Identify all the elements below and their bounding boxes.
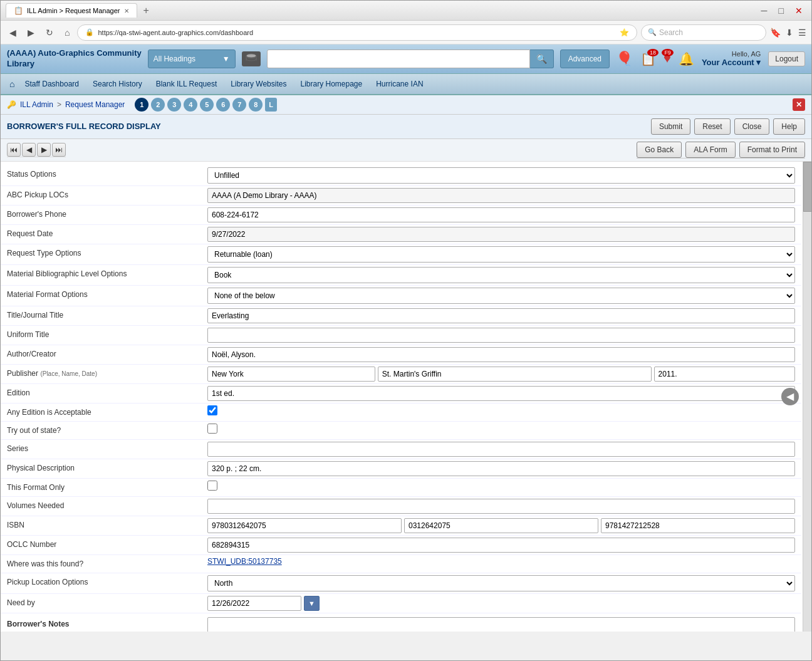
where-found-link[interactable]: STWI_UDB:50137735: [207, 557, 282, 566]
nav-blank-ill[interactable]: Blank ILL Request: [150, 76, 224, 92]
request-type-select[interactable]: Returnable (loan) Non-returnable (copy): [207, 246, 795, 263]
nav-staff-dashboard[interactable]: Staff Dashboard: [18, 76, 85, 92]
maximize-button[interactable]: □: [775, 4, 788, 18]
isbn-2-input[interactable]: [404, 518, 598, 533]
page-tab-L[interactable]: L: [265, 98, 277, 112]
request-date-control: [207, 227, 795, 242]
page-tab-3[interactable]: 3: [167, 98, 181, 112]
any-edition-checkbox[interactable]: [207, 405, 217, 415]
main-content: BORROWER'S FULL RECORD DISPLAY Submit Re…: [1, 115, 811, 632]
borrowers-notes-textarea[interactable]: [207, 617, 795, 632]
logout-button[interactable]: Logout: [768, 51, 805, 66]
go-back-button[interactable]: Go Back: [637, 142, 682, 158]
oclc-number-label: OCLC Number: [7, 538, 207, 551]
nav-hurricane-ian[interactable]: Hurricane IAN: [370, 76, 429, 92]
browser-frame: 📋 ILL Admin > Request Manager ✕ + ─ □ ✕ …: [0, 0, 812, 661]
advanced-button[interactable]: Advanced: [560, 49, 610, 68]
material-bib-level-select[interactable]: Book Article Other: [207, 267, 795, 283]
page-tab-6[interactable]: 6: [216, 98, 230, 112]
this-format-only-checkbox[interactable]: [207, 481, 217, 491]
new-tab-button[interactable]: +: [140, 4, 153, 18]
refresh-button[interactable]: ↻: [42, 26, 57, 39]
submit-button[interactable]: Submit: [651, 118, 690, 135]
database-icon[interactable]: [242, 51, 261, 66]
heart-icon-wrap[interactable]: ♥ F9: [664, 51, 671, 66]
need-by-input[interactable]: [207, 596, 301, 611]
format-to-print-button[interactable]: Format to Print: [739, 142, 805, 158]
isbn-1-input[interactable]: [207, 518, 402, 533]
page-tab-5[interactable]: 5: [200, 98, 214, 112]
publisher-date-input[interactable]: [654, 367, 795, 382]
material-bib-level-control: Book Article Other: [207, 267, 795, 283]
balloon-icon[interactable]: 🎈: [616, 51, 633, 67]
left-nav-arrow[interactable]: ◀: [781, 388, 799, 405]
publisher-place-input[interactable]: [207, 367, 375, 382]
isbn-3-input[interactable]: [601, 518, 795, 533]
breadcrumb-path1[interactable]: ILL Admin: [20, 100, 53, 109]
try-out-of-state-checkbox[interactable]: [207, 424, 217, 434]
search-type-dropdown[interactable]: All Headings ▼: [148, 49, 236, 68]
next-record-button[interactable]: ▶: [37, 143, 51, 157]
tab-close-icon[interactable]: ✕: [124, 8, 129, 14]
menu-icon[interactable]: ☰: [798, 28, 806, 38]
calendar-button[interactable]: ▼: [304, 596, 320, 611]
reset-button[interactable]: Reset: [694, 118, 730, 135]
browser-search-bar[interactable]: 🔍 Search: [641, 24, 766, 41]
close-window-button[interactable]: ✕: [791, 4, 806, 18]
back-button[interactable]: ◀: [6, 26, 20, 39]
title-input[interactable]: [207, 308, 795, 323]
action-buttons: Submit Reset Close Help: [651, 118, 805, 135]
borrowers-phone-input[interactable]: [207, 207, 795, 222]
publisher-name-input[interactable]: [378, 367, 652, 382]
last-record-button[interactable]: ⏭: [52, 143, 66, 157]
nav-library-websites[interactable]: Library Websites: [224, 76, 293, 92]
browser-icons: 🔖 ⬇ ☰: [770, 28, 806, 38]
any-edition-label: Any Edition is Acceptable: [7, 405, 207, 419]
pickup-location-select[interactable]: North South East West: [207, 575, 795, 591]
user-greeting[interactable]: Hello, AG Your Account ▾: [702, 50, 761, 67]
bookmark-icon[interactable]: 🔖: [770, 28, 781, 38]
oclc-number-input[interactable]: [207, 538, 795, 553]
nav-library-homepage[interactable]: Library Homepage: [294, 76, 368, 92]
prev-record-button[interactable]: ◀: [22, 143, 36, 157]
page-tab-7[interactable]: 7: [232, 98, 246, 112]
uniform-title-input[interactable]: [207, 328, 795, 343]
secondary-buttons: Go Back ALA Form Format to Print: [637, 142, 805, 159]
search-button[interactable]: 🔍: [530, 49, 554, 68]
key-icon: 🔑: [7, 100, 16, 109]
borrowers-notes-control: [207, 617, 795, 632]
breadcrumb-path2[interactable]: Request Manager: [65, 100, 125, 109]
status-options-select[interactable]: Unfilled Filled Cancelled: [207, 167, 795, 184]
close-button[interactable]: Close: [734, 118, 770, 135]
ala-form-button[interactable]: ALA Form: [685, 142, 735, 158]
nav-search-history[interactable]: Search History: [86, 76, 148, 92]
try-out-of-state-control: [207, 424, 795, 434]
close-breadcrumb-button[interactable]: ✕: [793, 98, 805, 111]
forward-button[interactable]: ▶: [24, 26, 38, 39]
page-tab-2[interactable]: 2: [151, 98, 165, 112]
scrollbar-thumb[interactable]: [803, 162, 811, 212]
help-button[interactable]: Help: [773, 118, 805, 135]
bell-icon-wrap[interactable]: 🔔: [679, 51, 694, 66]
series-label: Series: [7, 442, 207, 455]
page-tab-8[interactable]: 8: [249, 98, 263, 112]
home-nav-button[interactable]: ⌂: [61, 26, 73, 39]
page-tab-1[interactable]: 1: [135, 98, 148, 112]
search-input[interactable]: [267, 49, 530, 68]
first-record-button[interactable]: ⏮: [7, 143, 21, 157]
material-format-select[interactable]: None of the below Audio Video Map: [207, 288, 795, 304]
series-row: Series: [1, 440, 801, 459]
browser-tab[interactable]: 📋 ILL Admin > Request Manager ✕: [6, 3, 137, 18]
address-bar[interactable]: 🔒 https://qa-stwi-agent.auto-graphics.co…: [77, 24, 637, 41]
physical-desc-input[interactable]: [207, 461, 795, 476]
page-tab-4[interactable]: 4: [184, 98, 197, 112]
edition-input[interactable]: [207, 386, 795, 401]
series-input[interactable]: [207, 442, 795, 457]
minimize-button[interactable]: ─: [757, 4, 771, 18]
nav-home-icon[interactable]: ⌂: [7, 75, 17, 93]
download-icon[interactable]: ⬇: [786, 28, 793, 38]
list-icon-wrap[interactable]: 📋 18: [640, 51, 656, 66]
volumes-needed-input[interactable]: [207, 499, 795, 514]
author-input[interactable]: [207, 347, 795, 362]
where-found-row: Where was this found? STWI_UDB:50137735: [1, 555, 801, 573]
